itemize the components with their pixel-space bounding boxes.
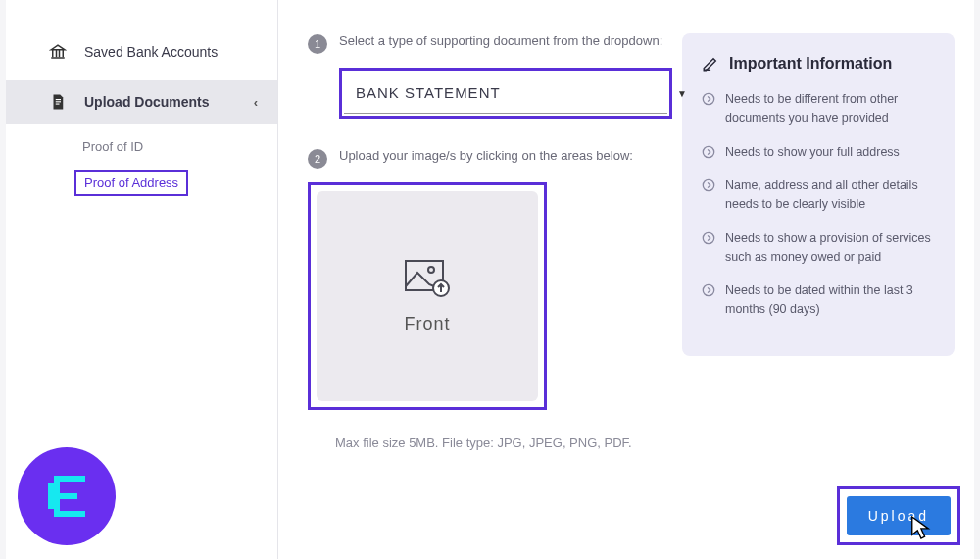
- svg-rect-1: [56, 101, 61, 102]
- document-type-value: BANK STATEMENT: [356, 84, 501, 101]
- info-item-text: Needs to be different from other documen…: [725, 90, 935, 127]
- step-2-number: 2: [308, 149, 327, 169]
- document-icon: [49, 93, 67, 111]
- svg-point-8: [703, 180, 713, 191]
- info-title: Important Information: [729, 55, 892, 73]
- step-2-text: Upload your image/s by clicking on the a…: [339, 148, 633, 163]
- nav-saved-label: Saved Bank Accounts: [84, 44, 218, 60]
- info-item: Needs to show your full address: [702, 143, 935, 162]
- brand-logo: [18, 447, 116, 545]
- file-hint: Max file size 5MB. File type: JPG, JPEG,…: [335, 435, 672, 450]
- info-item: Needs to be different from other documen…: [702, 90, 935, 127]
- info-item-text: Needs to show a provision of services su…: [725, 229, 935, 267]
- important-information-panel: Important Information Needs to be differ…: [682, 33, 955, 356]
- document-type-select[interactable]: BANK STATEMENT ▼: [339, 68, 672, 119]
- svg-rect-0: [56, 99, 61, 100]
- image-upload-icon: [404, 259, 451, 298]
- nav-upload-documents[interactable]: Upload Documents ‹: [6, 80, 277, 124]
- svg-point-7: [703, 146, 713, 157]
- info-item: Needs to be dated within the last 3 mont…: [702, 281, 935, 319]
- info-item-text: Needs to be dated within the last 3 mont…: [725, 281, 935, 319]
- nav-upload-label: Upload Documents: [84, 94, 210, 110]
- info-item-text: Needs to show your full address: [725, 143, 900, 162]
- upload-front-area[interactable]: Front: [308, 182, 547, 410]
- chevron-right-icon: [702, 92, 715, 106]
- step-1-text: Select a type of supporting document fro…: [339, 33, 662, 48]
- nav-saved-bank-accounts[interactable]: Saved Bank Accounts: [6, 31, 277, 80]
- chevron-right-icon: [702, 283, 715, 297]
- nav-proof-of-address[interactable]: Proof of Address: [74, 170, 188, 196]
- chevron-left-icon: ‹: [254, 95, 258, 110]
- caret-down-icon: ▼: [677, 88, 687, 99]
- info-item: Name, address and all other details need…: [702, 177, 935, 214]
- svg-point-9: [703, 232, 713, 243]
- bank-icon: [49, 43, 67, 61]
- step-1: 1 Select a type of supporting document f…: [308, 33, 672, 54]
- pen-icon: [702, 55, 719, 73]
- svg-rect-2: [56, 104, 60, 105]
- info-item: Needs to show a provision of services su…: [702, 229, 935, 267]
- nav-proof-of-id[interactable]: Proof of ID: [82, 129, 143, 164]
- step-2: 2 Upload your image/s by clicking on the…: [308, 148, 672, 169]
- upload-button-highlight: Upload: [837, 486, 960, 545]
- chevron-right-icon: [702, 231, 715, 245]
- svg-point-6: [703, 93, 713, 104]
- step-1-number: 1: [308, 34, 327, 54]
- svg-point-10: [703, 285, 713, 296]
- chevron-right-icon: [702, 178, 715, 192]
- main-content: 1 Select a type of supporting document f…: [278, 0, 974, 559]
- svg-point-4: [428, 267, 434, 273]
- upload-front-caption: Front: [404, 314, 450, 334]
- chevron-right-icon: [702, 145, 715, 159]
- nav-sub-items: Proof of ID Proof of Address: [6, 124, 277, 196]
- upload-button[interactable]: Upload: [847, 496, 951, 535]
- info-item-text: Name, address and all other details need…: [725, 177, 935, 214]
